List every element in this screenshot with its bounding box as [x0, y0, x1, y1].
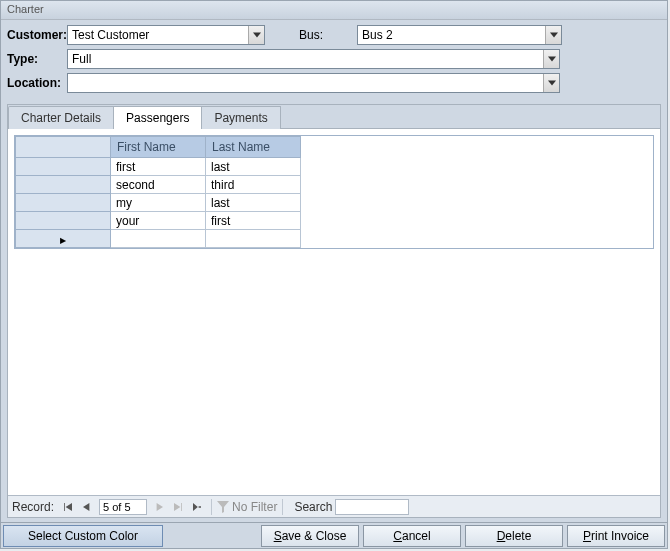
print-invoice-button[interactable]: Print Invoice: [567, 525, 665, 547]
nav-prev-button[interactable]: [78, 498, 96, 516]
table-row[interactable]: my last: [16, 194, 301, 212]
dropdown-arrow-icon[interactable]: [543, 50, 559, 68]
button-bar: Select Custom Color Save & Close Cancel …: [1, 522, 667, 548]
row-selector-current-icon[interactable]: [16, 230, 111, 248]
customer-label: Customer:: [7, 28, 67, 42]
col-last-name[interactable]: Last Name: [206, 137, 301, 158]
cell-last-name[interactable]: third: [206, 176, 301, 194]
col-first-name[interactable]: First Name: [111, 137, 206, 158]
cell-first-name[interactable]: my: [111, 194, 206, 212]
nav-last-button[interactable]: [169, 498, 187, 516]
cell-last-name[interactable]: [206, 230, 301, 248]
dropdown-arrow-icon[interactable]: [248, 26, 264, 44]
table-row[interactable]: your first: [16, 212, 301, 230]
table-row[interactable]: second third: [16, 176, 301, 194]
search-label: Search: [294, 500, 332, 514]
bus-label: Bus:: [299, 28, 339, 42]
nav-first-button[interactable]: [59, 498, 77, 516]
grid-corner: [16, 137, 111, 158]
cell-first-name[interactable]: [111, 230, 206, 248]
cell-last-name[interactable]: last: [206, 158, 301, 176]
cell-last-name[interactable]: last: [206, 194, 301, 212]
save-close-button[interactable]: Save & Close: [261, 525, 359, 547]
type-label: Type:: [7, 52, 67, 66]
customer-combo[interactable]: [67, 25, 265, 45]
row-selector[interactable]: [16, 176, 111, 194]
record-label: Record:: [12, 500, 54, 514]
bus-input[interactable]: [357, 25, 562, 45]
location-label: Location:: [7, 76, 67, 90]
cancel-button[interactable]: Cancel: [363, 525, 461, 547]
charter-form: Customer: Bus: Type: Location:: [1, 20, 667, 102]
passenger-grid[interactable]: First Name Last Name first last second: [15, 136, 301, 248]
tab-strip: Charter Details Passengers Payments: [8, 105, 660, 129]
cell-last-name[interactable]: first: [206, 212, 301, 230]
record-navigator: Record: No Filter Search: [8, 495, 660, 517]
separator: [282, 499, 283, 515]
type-combo[interactable]: [67, 49, 560, 69]
tab-charter-details[interactable]: Charter Details: [8, 106, 114, 129]
table-row[interactable]: first last: [16, 158, 301, 176]
select-custom-color-button[interactable]: Select Custom Color: [3, 525, 163, 547]
record-position[interactable]: [99, 499, 147, 515]
type-input[interactable]: [67, 49, 560, 69]
search-input[interactable]: [335, 499, 409, 515]
filter-indicator[interactable]: No Filter: [217, 500, 277, 514]
funnel-icon: [217, 501, 229, 513]
tab-passengers[interactable]: Passengers: [113, 106, 202, 129]
cell-first-name[interactable]: your: [111, 212, 206, 230]
table-row-new[interactable]: [16, 230, 301, 248]
dropdown-arrow-icon[interactable]: [543, 74, 559, 92]
tab-payments[interactable]: Payments: [201, 106, 280, 129]
window-title: Charter: [1, 1, 667, 20]
separator: [211, 499, 212, 515]
row-selector[interactable]: [16, 212, 111, 230]
filter-label: No Filter: [232, 500, 277, 514]
delete-button[interactable]: Delete: [465, 525, 563, 547]
cell-first-name[interactable]: second: [111, 176, 206, 194]
cell-first-name[interactable]: first: [111, 158, 206, 176]
nav-next-button[interactable]: [150, 498, 168, 516]
location-combo[interactable]: [67, 73, 560, 93]
location-input[interactable]: [67, 73, 560, 93]
dropdown-arrow-icon[interactable]: [545, 26, 561, 44]
row-selector[interactable]: [16, 194, 111, 212]
row-selector[interactable]: [16, 158, 111, 176]
nav-new-button[interactable]: [188, 498, 206, 516]
customer-input[interactable]: [67, 25, 265, 45]
bus-combo[interactable]: [357, 25, 562, 45]
